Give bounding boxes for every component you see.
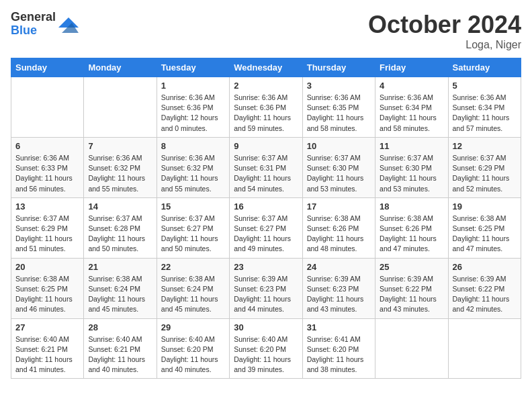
calendar-header-row: SundayMondayTuesdayWednesdayThursdayFrid… xyxy=(11,58,521,77)
day-detail: Sunrise: 6:41 AM Sunset: 6:20 PM Dayligh… xyxy=(307,334,371,375)
day-detail: Sunrise: 6:37 AM Sunset: 6:29 PM Dayligh… xyxy=(15,214,79,255)
day-number: 29 xyxy=(161,322,225,332)
day-number: 14 xyxy=(88,201,152,212)
day-detail: Sunrise: 6:38 AM Sunset: 6:26 PM Dayligh… xyxy=(380,214,443,255)
calendar-cell: 24Sunrise: 6:39 AM Sunset: 6:23 PM Dayli… xyxy=(302,258,375,318)
calendar-week-row: 1Sunrise: 6:36 AM Sunset: 6:36 PM Daylig… xyxy=(11,77,521,138)
day-detail: Sunrise: 6:36 AM Sunset: 6:33 PM Dayligh… xyxy=(15,153,79,194)
day-detail: Sunrise: 6:36 AM Sunset: 6:35 PM Dayligh… xyxy=(307,93,371,134)
month-title: October 2024 xyxy=(368,11,521,39)
calendar-cell: 15Sunrise: 6:37 AM Sunset: 6:27 PM Dayli… xyxy=(157,197,229,258)
logo-general: General xyxy=(11,11,56,24)
day-detail: Sunrise: 6:39 AM Sunset: 6:22 PM Dayligh… xyxy=(453,274,517,315)
calendar-cell: 31Sunrise: 6:41 AM Sunset: 6:20 PM Dayli… xyxy=(302,318,375,379)
day-detail: Sunrise: 6:37 AM Sunset: 6:29 PM Dayligh… xyxy=(453,153,517,194)
calendar-week-row: 13Sunrise: 6:37 AM Sunset: 6:29 PM Dayli… xyxy=(11,197,521,258)
day-number: 22 xyxy=(161,262,225,272)
day-detail: Sunrise: 6:36 AM Sunset: 6:32 PM Dayligh… xyxy=(88,153,152,194)
day-detail: Sunrise: 6:40 AM Sunset: 6:21 PM Dayligh… xyxy=(88,334,152,375)
calendar-cell: 27Sunrise: 6:40 AM Sunset: 6:21 PM Dayli… xyxy=(11,318,84,379)
day-number: 20 xyxy=(15,262,79,272)
column-header-monday: Monday xyxy=(84,58,157,77)
calendar-cell: 18Sunrise: 6:38 AM Sunset: 6:26 PM Dayli… xyxy=(375,197,448,258)
day-number: 13 xyxy=(15,201,79,212)
day-number: 1 xyxy=(161,81,225,91)
calendar-cell: 3Sunrise: 6:36 AM Sunset: 6:35 PM Daylig… xyxy=(302,77,375,138)
calendar-cell xyxy=(84,77,157,138)
day-number: 10 xyxy=(307,141,371,151)
calendar-cell: 6Sunrise: 6:36 AM Sunset: 6:33 PM Daylig… xyxy=(11,137,84,197)
day-detail: Sunrise: 6:39 AM Sunset: 6:23 PM Dayligh… xyxy=(234,274,298,315)
day-number: 23 xyxy=(234,262,298,272)
calendar-cell: 2Sunrise: 6:36 AM Sunset: 6:36 PM Daylig… xyxy=(230,77,302,138)
day-detail: Sunrise: 6:37 AM Sunset: 6:27 PM Dayligh… xyxy=(161,214,225,255)
column-header-tuesday: Tuesday xyxy=(157,58,229,77)
calendar-table: SundayMondayTuesdayWednesdayThursdayFrid… xyxy=(11,58,521,379)
calendar-cell: 16Sunrise: 6:37 AM Sunset: 6:27 PM Dayli… xyxy=(230,197,302,258)
calendar-cell xyxy=(375,318,448,379)
calendar-cell: 17Sunrise: 6:38 AM Sunset: 6:26 PM Dayli… xyxy=(302,197,375,258)
calendar-cell: 29Sunrise: 6:40 AM Sunset: 6:20 PM Dayli… xyxy=(157,318,229,379)
day-detail: Sunrise: 6:36 AM Sunset: 6:34 PM Dayligh… xyxy=(380,93,443,134)
day-number: 7 xyxy=(88,141,152,151)
logo: General Blue xyxy=(11,11,79,38)
calendar-week-row: 20Sunrise: 6:38 AM Sunset: 6:25 PM Dayli… xyxy=(11,258,521,318)
calendar-cell: 1Sunrise: 6:36 AM Sunset: 6:36 PM Daylig… xyxy=(157,77,229,138)
calendar-cell: 19Sunrise: 6:38 AM Sunset: 6:25 PM Dayli… xyxy=(448,197,521,258)
day-number: 6 xyxy=(15,141,79,151)
title-area: October 2024 Loga, Niger xyxy=(368,11,521,51)
day-number: 9 xyxy=(234,141,298,151)
calendar-cell: 30Sunrise: 6:40 AM Sunset: 6:20 PM Dayli… xyxy=(230,318,302,379)
calendar-cell: 13Sunrise: 6:37 AM Sunset: 6:29 PM Dayli… xyxy=(11,197,84,258)
day-detail: Sunrise: 6:40 AM Sunset: 6:21 PM Dayligh… xyxy=(15,334,79,375)
day-detail: Sunrise: 6:36 AM Sunset: 6:36 PM Dayligh… xyxy=(161,93,225,134)
calendar-cell: 8Sunrise: 6:36 AM Sunset: 6:32 PM Daylig… xyxy=(157,137,229,197)
day-detail: Sunrise: 6:37 AM Sunset: 6:30 PM Dayligh… xyxy=(307,153,371,194)
column-header-saturday: Saturday xyxy=(448,58,521,77)
logo-icon xyxy=(58,14,79,34)
day-detail: Sunrise: 6:36 AM Sunset: 6:36 PM Dayligh… xyxy=(234,93,298,134)
column-header-thursday: Thursday xyxy=(302,58,375,77)
day-number: 25 xyxy=(380,262,443,272)
calendar-cell: 10Sunrise: 6:37 AM Sunset: 6:30 PM Dayli… xyxy=(302,137,375,197)
logo-text: General Blue xyxy=(11,11,56,38)
day-number: 24 xyxy=(307,262,371,272)
page-header: General Blue October 2024 Loga, Niger xyxy=(11,11,521,51)
calendar-cell xyxy=(11,77,84,138)
calendar-cell: 21Sunrise: 6:38 AM Sunset: 6:24 PM Dayli… xyxy=(84,258,157,318)
calendar-cell: 25Sunrise: 6:39 AM Sunset: 6:22 PM Dayli… xyxy=(375,258,448,318)
logo-blue: Blue xyxy=(11,24,56,38)
calendar-cell: 22Sunrise: 6:38 AM Sunset: 6:24 PM Dayli… xyxy=(157,258,229,318)
day-detail: Sunrise: 6:39 AM Sunset: 6:22 PM Dayligh… xyxy=(380,274,443,315)
calendar-cell xyxy=(448,318,521,379)
day-number: 16 xyxy=(234,201,298,212)
day-number: 11 xyxy=(380,141,443,151)
day-detail: Sunrise: 6:39 AM Sunset: 6:23 PM Dayligh… xyxy=(307,274,371,315)
day-detail: Sunrise: 6:38 AM Sunset: 6:25 PM Dayligh… xyxy=(453,214,517,255)
day-number: 8 xyxy=(161,141,225,151)
calendar-cell: 28Sunrise: 6:40 AM Sunset: 6:21 PM Dayli… xyxy=(84,318,157,379)
day-detail: Sunrise: 6:36 AM Sunset: 6:32 PM Dayligh… xyxy=(161,153,225,194)
calendar-cell: 9Sunrise: 6:37 AM Sunset: 6:31 PM Daylig… xyxy=(230,137,302,197)
svg-marker-0 xyxy=(58,17,79,28)
day-number: 21 xyxy=(88,262,152,272)
day-number: 26 xyxy=(453,262,517,272)
day-number: 27 xyxy=(15,322,79,332)
column-header-wednesday: Wednesday xyxy=(230,58,302,77)
day-number: 17 xyxy=(307,201,371,212)
day-number: 18 xyxy=(380,201,443,212)
calendar-cell: 5Sunrise: 6:36 AM Sunset: 6:34 PM Daylig… xyxy=(448,77,521,138)
day-number: 3 xyxy=(307,81,371,91)
column-header-sunday: Sunday xyxy=(11,58,84,77)
day-number: 2 xyxy=(234,81,298,91)
calendar-cell: 20Sunrise: 6:38 AM Sunset: 6:25 PM Dayli… xyxy=(11,258,84,318)
day-detail: Sunrise: 6:36 AM Sunset: 6:34 PM Dayligh… xyxy=(453,93,517,134)
calendar-cell: 23Sunrise: 6:39 AM Sunset: 6:23 PM Dayli… xyxy=(230,258,302,318)
day-number: 5 xyxy=(453,81,517,91)
day-detail: Sunrise: 6:38 AM Sunset: 6:25 PM Dayligh… xyxy=(15,274,79,315)
day-detail: Sunrise: 6:37 AM Sunset: 6:28 PM Dayligh… xyxy=(88,214,152,255)
day-number: 30 xyxy=(234,322,298,332)
calendar-cell: 11Sunrise: 6:37 AM Sunset: 6:30 PM Dayli… xyxy=(375,137,448,197)
column-header-friday: Friday xyxy=(375,58,448,77)
calendar-week-row: 6Sunrise: 6:36 AM Sunset: 6:33 PM Daylig… xyxy=(11,137,521,197)
